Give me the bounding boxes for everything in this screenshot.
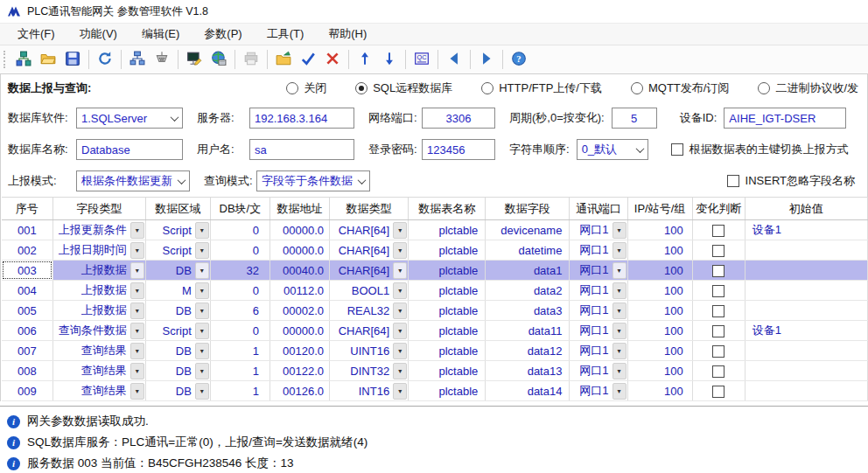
toolbar-next-button[interactable] bbox=[474, 48, 499, 72]
toolbar-serial-port-button[interactable] bbox=[150, 48, 174, 72]
toolbar-apply-check-button[interactable] bbox=[296, 48, 320, 72]
dropdown-button[interactable]: ▾ bbox=[195, 303, 209, 319]
dropdown-button[interactable]: ▾ bbox=[130, 262, 144, 279]
change-check-cell[interactable] bbox=[692, 301, 745, 321]
change-check-cell[interactable] bbox=[692, 361, 745, 381]
dropdown-button[interactable]: ▾ bbox=[393, 383, 407, 400]
dtype-cell[interactable]: BOOL1▾ bbox=[330, 281, 409, 301]
menu-item[interactable]: 编辑(E) bbox=[130, 24, 192, 45]
dropdown-button[interactable]: ▾ bbox=[393, 282, 407, 299]
block-cell[interactable]: 0 bbox=[210, 220, 270, 240]
column-header[interactable]: 字段类型 bbox=[52, 198, 145, 220]
dropdown-button[interactable]: ▾ bbox=[130, 363, 144, 379]
table-row[interactable]: 003上报数据▾DB▾3200040.0CHAR[64]▾plctabledat… bbox=[2, 261, 868, 281]
row-number-cell[interactable]: 007 bbox=[2, 341, 52, 361]
db-name-input[interactable] bbox=[76, 139, 183, 160]
dtype-cell[interactable]: REAL32▾ bbox=[330, 301, 409, 321]
change-check-checkbox[interactable] bbox=[712, 365, 724, 378]
dropdown-button[interactable]: ▾ bbox=[130, 343, 144, 359]
dropdown-button[interactable]: ▾ bbox=[195, 343, 209, 359]
toolbar-open-folder-button[interactable] bbox=[36, 48, 60, 72]
row-number-cell[interactable]: 006 bbox=[2, 321, 52, 341]
period-input[interactable] bbox=[612, 108, 657, 129]
area-cell[interactable]: Script▾ bbox=[145, 321, 210, 341]
password-input[interactable] bbox=[422, 139, 495, 160]
port-cell[interactable]: 网口1▾ bbox=[570, 220, 627, 240]
change-check-checkbox[interactable] bbox=[712, 285, 724, 297]
init-cell[interactable] bbox=[745, 381, 867, 401]
init-cell[interactable] bbox=[745, 341, 867, 361]
init-cell[interactable] bbox=[745, 240, 867, 261]
toolbar-globe-device-button[interactable] bbox=[206, 48, 231, 72]
dropdown-button[interactable]: ▾ bbox=[612, 323, 626, 339]
table-row[interactable]: 005上报数据▾DB▾600002.0REAL32▾plctabledata3网… bbox=[2, 301, 868, 321]
net-port-input[interactable] bbox=[422, 108, 495, 129]
ip-cell[interactable]: 100 bbox=[627, 341, 692, 361]
column-header[interactable]: 初始值 bbox=[745, 198, 867, 220]
dropdown-button[interactable]: ▾ bbox=[612, 242, 626, 259]
column-header[interactable]: 数据地址 bbox=[270, 198, 329, 220]
addr-cell[interactable]: 00122.0 bbox=[270, 361, 329, 381]
row-number-cell[interactable]: 004 bbox=[2, 281, 52, 301]
column-header[interactable]: 数据类型 bbox=[330, 198, 409, 220]
area-cell[interactable]: DB▾ bbox=[145, 301, 210, 321]
dtype-cell[interactable]: CHAR[64]▾ bbox=[330, 220, 409, 240]
dropdown-button[interactable]: ▾ bbox=[393, 262, 407, 279]
change-check-checkbox[interactable] bbox=[712, 245, 724, 257]
field-cell[interactable]: data14 bbox=[486, 381, 570, 401]
change-check-cell[interactable] bbox=[692, 220, 745, 240]
change-check-checkbox[interactable] bbox=[712, 225, 724, 237]
block-cell[interactable]: 1 bbox=[210, 381, 270, 401]
dropdown-button[interactable]: ▾ bbox=[393, 303, 407, 319]
field-cell[interactable]: data13 bbox=[486, 361, 570, 381]
toolbar-help-button[interactable]: ? bbox=[507, 48, 531, 72]
addr-cell[interactable]: 00000.0 bbox=[270, 321, 329, 341]
ip-cell[interactable]: 100 bbox=[627, 220, 692, 240]
dtype-cell[interactable]: DINT32▾ bbox=[330, 361, 409, 381]
addr-cell[interactable]: 00002.0 bbox=[270, 301, 329, 321]
table-row[interactable]: 004上报数据▾M▾000112.0BOOL1▾plctabledata2网口1… bbox=[2, 281, 868, 301]
field-cell[interactable]: data12 bbox=[486, 341, 570, 361]
dtype-cell[interactable]: CHAR[64]▾ bbox=[330, 261, 409, 281]
area-cell[interactable]: Script▾ bbox=[145, 240, 210, 261]
field-cell[interactable]: data2 bbox=[486, 281, 570, 301]
report-mode-select[interactable]: 根据条件数据更新 bbox=[76, 170, 190, 191]
init-cell[interactable] bbox=[745, 261, 867, 281]
insert-ignore-checkbox[interactable]: INSERT忽略字段名称 bbox=[727, 173, 867, 189]
port-cell[interactable]: 网口1▾ bbox=[570, 240, 627, 261]
table-row[interactable]: 006查询条件数据▾Script▾000000.0CHAR[64]▾plctab… bbox=[2, 321, 868, 341]
tname-cell[interactable]: plctable bbox=[409, 220, 486, 240]
block-cell[interactable]: 6 bbox=[210, 301, 270, 321]
toolbar-qc-display-button[interactable]: QC bbox=[410, 48, 434, 72]
dropdown-button[interactable]: ▾ bbox=[393, 242, 407, 259]
dropdown-button[interactable]: ▾ bbox=[393, 323, 407, 339]
addr-cell[interactable]: 00126.0 bbox=[270, 381, 329, 401]
block-cell[interactable]: 0 bbox=[210, 240, 270, 261]
menu-item[interactable]: 参数(P) bbox=[192, 24, 254, 45]
area-cell[interactable]: DB▾ bbox=[145, 261, 210, 281]
device-id-input[interactable] bbox=[724, 108, 846, 129]
init-cell[interactable]: 设备1 bbox=[745, 220, 867, 240]
string-order-select[interactable]: 0_默认 bbox=[577, 139, 648, 160]
dropdown-button[interactable]: ▾ bbox=[195, 282, 209, 299]
tname-cell[interactable]: plctable bbox=[409, 281, 486, 301]
radio-option[interactable]: MQTT发布/订阅 bbox=[631, 80, 729, 96]
change-check-cell[interactable] bbox=[692, 240, 745, 261]
ip-cell[interactable]: 100 bbox=[627, 361, 692, 381]
dropdown-button[interactable]: ▾ bbox=[612, 343, 626, 359]
query-mode-select[interactable]: 字段等于条件数据 bbox=[256, 170, 370, 191]
area-cell[interactable]: Script▾ bbox=[145, 220, 210, 240]
field-cell[interactable]: data3 bbox=[486, 301, 570, 321]
field-type-cell[interactable]: 查询结果▾ bbox=[52, 361, 145, 381]
column-header[interactable]: 数据字段 bbox=[486, 198, 570, 220]
area-cell[interactable]: DB▾ bbox=[145, 381, 210, 401]
change-check-checkbox[interactable] bbox=[712, 265, 724, 277]
dropdown-button[interactable]: ▾ bbox=[130, 242, 144, 259]
block-cell[interactable]: 0 bbox=[210, 281, 270, 301]
dropdown-button[interactable]: ▾ bbox=[195, 383, 209, 400]
addr-cell[interactable]: 00040.0 bbox=[270, 261, 329, 281]
field-type-cell[interactable]: 查询条件数据▾ bbox=[52, 321, 145, 341]
block-cell[interactable]: 0 bbox=[210, 321, 270, 341]
field-type-cell[interactable]: 查询结果▾ bbox=[52, 381, 145, 401]
block-cell[interactable]: 1 bbox=[210, 341, 270, 361]
